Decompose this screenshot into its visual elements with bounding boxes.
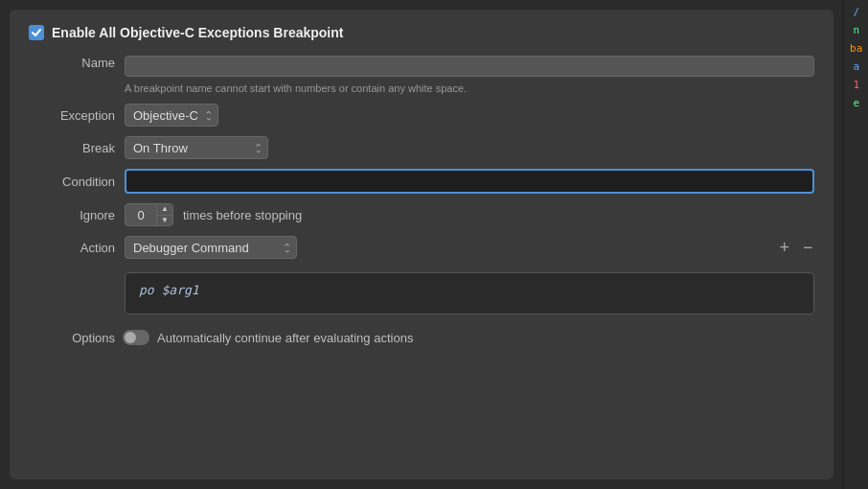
action-row: Action Debugger Command Shell Command Lo…	[29, 236, 814, 259]
name-input[interactable]	[125, 56, 814, 77]
exception-select[interactable]: Objective-C C++ All	[125, 104, 218, 127]
exception-row: Exception Objective-C C++ All ⌃	[29, 104, 814, 127]
sidebar-char-2: n	[846, 22, 866, 38]
command-box[interactable]: po $arg1	[125, 272, 814, 314]
break-select-wrapper: On Throw On Catch On Throw and Catch ⌃	[125, 136, 268, 159]
ignore-stepper: ▲ ▼	[125, 203, 173, 226]
exception-label: Exception	[29, 108, 115, 123]
stepper-buttons: ▲ ▼	[156, 204, 172, 225]
stepper-down-button[interactable]: ▼	[157, 215, 172, 226]
sidebar-char-1: /	[846, 4, 866, 20]
add-action-button[interactable]: +	[777, 239, 791, 256]
action-select-wrapper: Debugger Command Shell Command Log Messa…	[125, 236, 297, 259]
action-label: Action	[29, 241, 115, 255]
exception-select-wrapper: Objective-C C++ All ⌃	[125, 104, 218, 127]
command-text: po $arg1	[139, 283, 199, 297]
name-row: Name	[29, 56, 814, 77]
form-rows: Name A breakpoint name cannot start with…	[29, 56, 814, 345]
name-label: Name	[29, 56, 115, 70]
stepper-up-button[interactable]: ▲	[157, 204, 172, 215]
break-label: Break	[29, 141, 115, 155]
condition-label: Condition	[29, 175, 115, 189]
sidebar-char-5: 1	[846, 77, 866, 93]
ignore-label: Ignore	[29, 208, 115, 222]
ignore-value-input[interactable]	[126, 208, 156, 222]
remove-action-button[interactable]: −	[801, 239, 815, 256]
title-row: Enable All Objective-C Exceptions Breakp…	[29, 25, 814, 40]
sidebar-char-3: ba	[846, 40, 866, 57]
options-label: Options	[29, 331, 115, 345]
dialog-title: Enable All Objective-C Exceptions Breakp…	[52, 25, 343, 40]
enable-checkbox[interactable]	[29, 25, 44, 40]
options-row: Options Automatically continue after eva…	[29, 330, 814, 345]
ignore-row: Ignore ▲ ▼ times before stopping	[29, 203, 814, 226]
sidebar-char-6: e	[846, 95, 866, 111]
times-label: times before stopping	[183, 208, 302, 222]
right-sidebar: / n ba a 1 e	[843, 0, 868, 489]
auto-continue-label: Automatically continue after evaluating …	[157, 331, 413, 345]
condition-row: Condition	[29, 169, 814, 194]
action-select[interactable]: Debugger Command Shell Command Log Messa…	[125, 236, 297, 259]
name-hint: A breakpoint name cannot start with numb…	[125, 82, 814, 94]
break-select[interactable]: On Throw On Catch On Throw and Catch	[125, 136, 268, 159]
options-toggle[interactable]	[123, 330, 149, 345]
sidebar-char-4: a	[846, 58, 866, 75]
condition-input[interactable]	[125, 169, 814, 194]
break-row: Break On Throw On Catch On Throw and Cat…	[29, 136, 814, 159]
action-controls: Debugger Command Shell Command Log Messa…	[125, 236, 814, 259]
breakpoint-panel: Enable All Objective-C Exceptions Breakp…	[10, 10, 834, 479]
